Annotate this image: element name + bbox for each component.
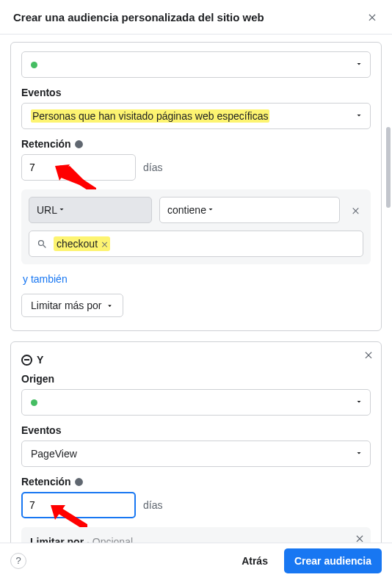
remove-chip-button[interactable] [101, 240, 109, 248]
url-filter-box: URL contiene checkout [21, 189, 371, 264]
retention-label-row-2: Retención [21, 476, 371, 487]
create-audience-button[interactable]: Crear audiencia [284, 548, 382, 573]
remove-card-button[interactable] [363, 349, 374, 362]
search-icon [37, 239, 48, 250]
url-field-select[interactable]: URL [29, 197, 152, 223]
events-label: Eventos [21, 87, 371, 98]
retention-label-row: Retención [21, 138, 371, 150]
svg-point-2 [75, 478, 83, 486]
source-select[interactable] [21, 51, 371, 78]
svg-point-0 [75, 140, 83, 148]
retention-input[interactable] [21, 154, 136, 181]
retention-input-2[interactable] [21, 492, 136, 518]
retention-unit: días [143, 162, 162, 173]
back-button[interactable]: Atrás [231, 548, 278, 573]
close-icon [367, 12, 377, 22]
chevron-down-icon [206, 204, 215, 216]
chevron-down-icon [355, 396, 363, 408]
url-value-chip: checkout [54, 236, 110, 251]
remove-limit-button[interactable] [355, 533, 365, 543]
url-operator-select[interactable]: contiene [159, 197, 340, 223]
url-value-input[interactable]: checkout [29, 231, 363, 257]
close-modal-button[interactable] [366, 10, 379, 23]
close-icon [351, 206, 360, 215]
retention-label: Retención [21, 138, 71, 150]
chevron-down-icon [355, 110, 363, 122]
chevron-down-icon [355, 59, 363, 70]
retention-label-2: Retención [21, 476, 71, 487]
condition-badge: Y [21, 354, 43, 366]
limit-label-row: Limitar por · Opcional [30, 536, 362, 543]
info-icon[interactable] [74, 139, 84, 149]
source-label: Origen [21, 373, 371, 385]
chevron-down-icon [355, 448, 363, 460]
retention-unit-2: días [143, 499, 162, 511]
chevron-down-icon [57, 204, 66, 216]
remove-url-filter-button[interactable] [347, 206, 363, 215]
audience-rule-card-2: Y Origen Eventos PageView Retención [10, 341, 382, 543]
scrollbar-thumb[interactable] [386, 127, 391, 208]
chevron-down-icon [106, 302, 114, 310]
pixel-status-icon [31, 399, 37, 406]
info-icon[interactable] [74, 477, 84, 487]
close-icon [355, 533, 365, 543]
events-label-2: Eventos [21, 424, 371, 436]
question-icon: ? [15, 555, 21, 566]
events-select-2[interactable]: PageView [21, 441, 371, 467]
events-value-2: PageView [31, 448, 77, 460]
events-value: Personas que han visitado páginas web es… [31, 109, 269, 123]
help-button[interactable]: ? [10, 553, 26, 569]
limit-by-box: Limitar por · Opcional Frecuencia es may… [21, 527, 371, 543]
modal-title: Crear una audiencia personalizada del si… [13, 11, 264, 23]
audience-rule-card-1: Eventos Personas que han visitado página… [10, 42, 382, 331]
pixel-status-icon [31, 62, 37, 68]
events-select[interactable]: Personas que han visitado páginas web es… [21, 103, 371, 129]
limit-more-button[interactable]: Limitar más por [21, 294, 123, 317]
minus-circle-icon [21, 355, 32, 366]
also-link[interactable]: y también [23, 273, 68, 285]
close-icon [363, 349, 374, 360]
source-select-2[interactable] [21, 389, 371, 416]
